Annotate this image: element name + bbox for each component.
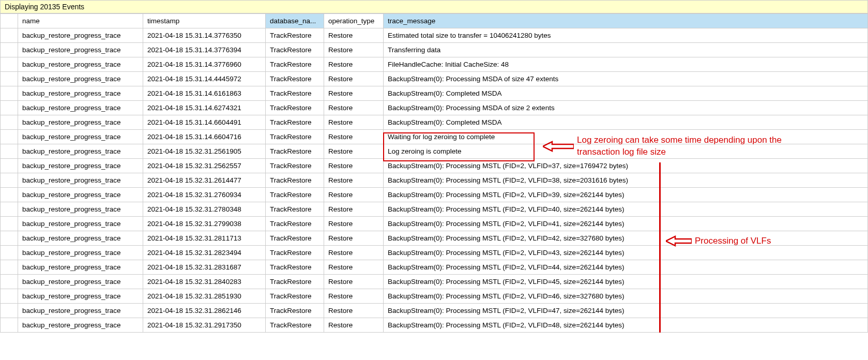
cell-database-name: TrackRestore (266, 86, 324, 101)
row-gutter (1, 43, 18, 57)
col-database-name[interactable]: database_na... (266, 14, 324, 28)
cell-name: backup_restore_progress_trace (18, 275, 143, 289)
cell-name: backup_restore_progress_trace (18, 43, 143, 57)
cell-trace-message: BackupStream(0): Processing MSTL (FID=2,… (384, 217, 868, 231)
cell-database-name: TrackRestore (266, 275, 324, 289)
cell-database-name: TrackRestore (266, 318, 324, 333)
table-row[interactable]: backup_restore_progress_trace2021-04-18 … (1, 217, 868, 231)
cell-name: backup_restore_progress_trace (18, 159, 143, 173)
cell-operation-type: Restore (324, 231, 384, 246)
cell-timestamp: 2021-04-18 15.31.14.6604716 (143, 130, 266, 144)
cell-operation-type: Restore (324, 289, 384, 304)
cell-trace-message: BackupStream(0): Processing MSTL (FID=2,… (384, 318, 868, 333)
row-gutter (1, 246, 18, 260)
row-gutter (1, 260, 18, 275)
table-row[interactable]: backup_restore_progress_trace2021-04-18 … (1, 173, 868, 188)
cell-name: backup_restore_progress_trace (18, 57, 143, 72)
row-gutter (1, 130, 18, 144)
cell-database-name: TrackRestore (266, 260, 324, 275)
table-row[interactable]: backup_restore_progress_trace2021-04-18 … (1, 159, 868, 173)
cell-timestamp: 2021-04-18 15.32.31.2831687 (143, 260, 266, 275)
row-gutter (1, 188, 18, 202)
col-operation-type[interactable]: operation_type (324, 14, 384, 28)
cell-name: backup_restore_progress_trace (18, 115, 143, 130)
cell-database-name: TrackRestore (266, 130, 324, 144)
row-gutter (1, 144, 18, 159)
cell-operation-type: Restore (324, 28, 384, 43)
cell-name: backup_restore_progress_trace (18, 173, 143, 188)
cell-name: backup_restore_progress_trace (18, 101, 143, 115)
table-row[interactable]: backup_restore_progress_trace2021-04-18 … (1, 144, 868, 159)
cell-operation-type: Restore (324, 43, 384, 57)
cell-trace-message: BackupStream(0): Processing MSTL (FID=2,… (384, 173, 868, 188)
cell-name: backup_restore_progress_trace (18, 86, 143, 101)
table-row[interactable]: backup_restore_progress_trace2021-04-18 … (1, 188, 868, 202)
row-gutter (1, 217, 18, 231)
cell-database-name: TrackRestore (266, 188, 324, 202)
cell-trace-message: BackupStream(0): Completed MSDA (384, 86, 868, 101)
table-row[interactable]: backup_restore_progress_trace2021-04-18 … (1, 289, 868, 304)
cell-timestamp: 2021-04-18 15.32.31.2862146 (143, 304, 266, 318)
table-row[interactable]: backup_restore_progress_trace2021-04-18 … (1, 101, 868, 115)
table-row[interactable]: backup_restore_progress_trace2021-04-18 … (1, 43, 868, 57)
cell-timestamp: 2021-04-18 15.31.14.6161863 (143, 86, 266, 101)
cell-operation-type: Restore (324, 115, 384, 130)
cell-database-name: TrackRestore (266, 231, 324, 246)
cell-operation-type: Restore (324, 159, 384, 173)
table-row[interactable]: backup_restore_progress_trace2021-04-18 … (1, 130, 868, 144)
col-timestamp[interactable]: timestamp (143, 14, 266, 28)
cell-timestamp: 2021-04-18 15.32.31.2799038 (143, 217, 266, 231)
row-gutter (1, 28, 18, 43)
cell-name: backup_restore_progress_trace (18, 188, 143, 202)
table-row[interactable]: backup_restore_progress_trace2021-04-18 … (1, 86, 868, 101)
cell-trace-message: BackupStream(0): Processing MSTL (FID=2,… (384, 289, 868, 304)
table-row[interactable]: backup_restore_progress_trace2021-04-18 … (1, 202, 868, 217)
table-row[interactable]: backup_restore_progress_trace2021-04-18 … (1, 246, 868, 260)
table-row[interactable]: backup_restore_progress_trace2021-04-18 … (1, 57, 868, 72)
cell-name: backup_restore_progress_trace (18, 318, 143, 333)
cell-name: backup_restore_progress_trace (18, 144, 143, 159)
table-row[interactable]: backup_restore_progress_trace2021-04-18 … (1, 28, 868, 43)
cell-timestamp: 2021-04-18 15.31.14.6274321 (143, 101, 266, 115)
col-trace-message[interactable]: trace_message (384, 14, 868, 28)
cell-name: backup_restore_progress_trace (18, 130, 143, 144)
cell-operation-type: Restore (324, 260, 384, 275)
row-gutter (1, 57, 18, 72)
cell-name: backup_restore_progress_trace (18, 246, 143, 260)
cell-operation-type: Restore (324, 86, 384, 101)
row-gutter (1, 304, 18, 318)
table-row[interactable]: backup_restore_progress_trace2021-04-18 … (1, 275, 868, 289)
cell-operation-type: Restore (324, 246, 384, 260)
row-gutter (1, 159, 18, 173)
table-row[interactable]: backup_restore_progress_trace2021-04-18 … (1, 304, 868, 318)
cell-timestamp: 2021-04-18 15.32.31.2851930 (143, 289, 266, 304)
cell-name: backup_restore_progress_trace (18, 304, 143, 318)
table-row[interactable]: backup_restore_progress_trace2021-04-18 … (1, 115, 868, 130)
cell-timestamp: 2021-04-18 15.31.14.3776394 (143, 43, 266, 57)
cell-operation-type: Restore (324, 318, 384, 333)
col-name[interactable]: name (18, 14, 143, 28)
cell-database-name: TrackRestore (266, 246, 324, 260)
cell-trace-message: BackupStream(0): Processing MSDA of size… (384, 101, 868, 115)
cell-operation-type: Restore (324, 188, 384, 202)
status-bar: Displaying 20135 Events (0, 0, 868, 13)
table-row[interactable]: backup_restore_progress_trace2021-04-18 … (1, 72, 868, 86)
table-row[interactable]: backup_restore_progress_trace2021-04-18 … (1, 318, 868, 333)
cell-database-name: TrackRestore (266, 144, 324, 159)
row-gutter (1, 173, 18, 188)
cell-trace-message: BackupStream(0): Processing MSTL (FID=2,… (384, 202, 868, 217)
events-table[interactable]: name timestamp database_na... operation_… (0, 13, 868, 333)
cell-trace-message: BackupStream(0): Processing MSTL (FID=2,… (384, 188, 868, 202)
cell-trace-message: BackupStream(0): Processing MSTL (FID=2,… (384, 159, 868, 173)
cell-operation-type: Restore (324, 304, 384, 318)
cell-database-name: TrackRestore (266, 289, 324, 304)
gutter-header[interactable] (1, 14, 18, 28)
row-gutter (1, 289, 18, 304)
cell-database-name: TrackRestore (266, 115, 324, 130)
cell-operation-type: Restore (324, 217, 384, 231)
table-row[interactable]: backup_restore_progress_trace2021-04-18 … (1, 260, 868, 275)
row-gutter (1, 231, 18, 246)
table-row[interactable]: backup_restore_progress_trace2021-04-18 … (1, 231, 868, 246)
cell-operation-type: Restore (324, 72, 384, 86)
cell-database-name: TrackRestore (266, 159, 324, 173)
